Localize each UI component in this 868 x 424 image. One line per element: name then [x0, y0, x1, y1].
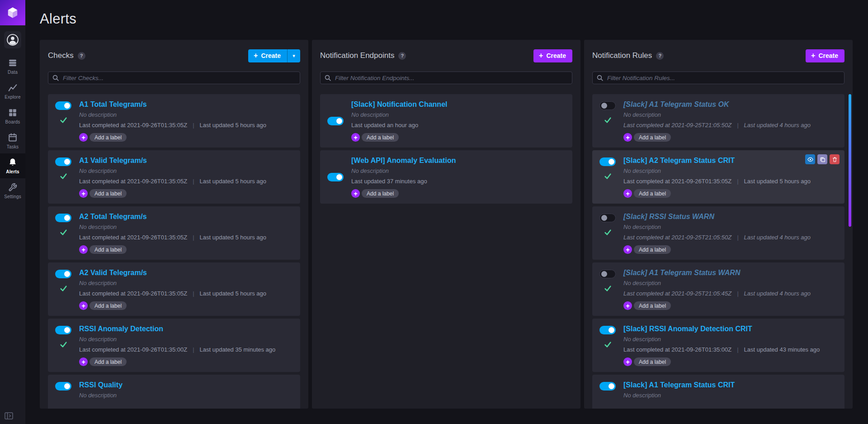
add-label-button[interactable]: Add a label — [634, 189, 671, 198]
card-title[interactable]: [Slack] Notification Channel — [351, 100, 447, 109]
enable-toggle[interactable] — [55, 382, 71, 391]
add-label-plus-icon[interactable]: + — [79, 245, 88, 254]
card-title[interactable]: [Slack] A1 Telegram Status WARN — [623, 268, 740, 277]
card-title[interactable]: A1 Valid Telegram/s — [79, 156, 147, 165]
sidebar-item-tasks[interactable]: Tasks — [0, 129, 25, 153]
help-icon[interactable]: ? — [78, 52, 85, 60]
meta-separator: | — [193, 346, 194, 353]
add-label-plus-icon[interactable]: + — [623, 189, 632, 198]
add-label-plus-icon[interactable]: + — [351, 133, 360, 142]
create-button[interactable]: + Create — [533, 49, 572, 62]
add-label-plus-icon[interactable]: + — [79, 133, 88, 142]
add-label-plus-icon[interactable]: + — [79, 301, 88, 310]
add-label-button[interactable]: Add a label — [634, 245, 671, 254]
add-label-button[interactable]: Add a label — [90, 357, 127, 366]
card-title[interactable]: [Slack] A1 Telegram Status CRIT — [623, 381, 735, 390]
search-icon — [52, 75, 59, 81]
create-button-label: Create — [261, 52, 281, 59]
card-description: No description — [623, 280, 837, 287]
enable-toggle[interactable] — [327, 117, 344, 125]
add-label-plus-icon[interactable]: + — [623, 357, 632, 366]
enable-toggle[interactable] — [599, 214, 616, 222]
card-title[interactable]: RSSI Quality — [79, 381, 123, 390]
add-label-button[interactable]: Add a label — [90, 189, 127, 198]
last-updated: Last updated an hour ago — [351, 122, 418, 129]
delete-button[interactable] — [830, 154, 840, 164]
card-title[interactable]: A2 Valid Telegram/s — [79, 268, 147, 277]
trash-icon — [832, 157, 838, 162]
enable-toggle[interactable] — [599, 382, 616, 391]
add-label-button[interactable]: Add a label — [90, 301, 127, 310]
help-icon[interactable]: ? — [398, 52, 406, 60]
card-meta: Last completed at 2021-09-26T01:35:00Z |… — [79, 346, 293, 353]
card-title[interactable]: [Slack] RSSI Status WARN — [623, 212, 714, 221]
add-label-button[interactable]: Add a label — [90, 245, 127, 254]
panel-title: Notification Rules — [592, 51, 652, 60]
card-description: No description — [623, 111, 837, 119]
panel-header: Notification Endpoints ? + Create — [320, 49, 572, 62]
sidebar-item-data[interactable]: Data — [0, 54, 25, 79]
create-button[interactable]: + Create ▾ — [248, 49, 300, 62]
view-button[interactable] — [805, 154, 815, 164]
add-label-plus-icon[interactable]: + — [351, 189, 360, 198]
create-dropdown-caret[interactable]: ▾ — [287, 49, 300, 62]
enable-toggle[interactable] — [599, 326, 616, 334]
add-label-plus-icon[interactable]: + — [79, 189, 88, 198]
influxdb-logo[interactable] — [0, 0, 25, 25]
sidebar-item-boards[interactable]: Boards — [0, 104, 25, 129]
add-label-plus-icon[interactable]: + — [79, 357, 88, 366]
filter-wrap — [48, 71, 300, 84]
add-label-button[interactable]: Add a label — [90, 133, 127, 142]
filter-input[interactable] — [48, 71, 300, 84]
add-label-plus-icon[interactable]: + — [623, 301, 632, 310]
sidebar-item-label: Tasks — [7, 144, 19, 149]
enable-toggle[interactable] — [55, 214, 71, 222]
last-updated: Last updated 5 hours ago — [200, 234, 266, 241]
duplicate-button[interactable] — [817, 154, 827, 164]
card-title[interactable]: [Slack] A2 Telegram Status CRIT — [623, 156, 735, 165]
card-title[interactable]: [Slack] A1 Telegram Status OK — [623, 100, 729, 109]
card-list: A1 Total Telegram/s No description Last … — [48, 94, 300, 409]
help-icon[interactable]: ? — [656, 52, 664, 60]
enable-toggle[interactable] — [55, 270, 71, 278]
user-avatar[interactable] — [4, 31, 21, 48]
card-title[interactable]: [Slack] RSSI Anomaly Detection CRIT — [623, 324, 752, 333]
sidebar-item-alerts[interactable]: Alerts — [0, 153, 25, 178]
card-title[interactable]: RSSI Anomaly Detection — [79, 324, 163, 333]
toggle-knob — [64, 103, 70, 109]
enable-toggle[interactable] — [55, 326, 71, 334]
panel-title: Checks — [48, 51, 74, 60]
add-label-button[interactable]: Add a label — [362, 133, 399, 142]
panel-header: Notification Rules ? + Create — [592, 49, 844, 62]
enable-toggle[interactable] — [599, 101, 616, 110]
enable-toggle[interactable] — [327, 173, 344, 181]
add-label-plus-icon[interactable]: + — [623, 245, 632, 254]
last-updated: Last updated 43 minutes ago — [744, 346, 820, 353]
expand-sidebar-icon[interactable] — [5, 412, 13, 419]
enable-toggle[interactable] — [599, 270, 616, 278]
filter-input[interactable] — [320, 71, 572, 84]
meta-separator: | — [193, 178, 194, 185]
sidebar-item-explore[interactable]: Explore — [0, 79, 25, 104]
enable-toggle[interactable] — [55, 157, 71, 166]
add-label-button[interactable]: Add a label — [634, 357, 671, 366]
toggle-knob — [609, 159, 614, 165]
add-label-button[interactable]: Add a label — [634, 301, 671, 310]
create-button[interactable]: + Create — [806, 49, 844, 62]
add-label-button[interactable]: Add a label — [634, 133, 671, 142]
enable-toggle[interactable] — [599, 157, 616, 166]
sidebar-item-settings[interactable]: Settings — [0, 178, 25, 203]
scrollbar-thumb[interactable] — [849, 94, 851, 227]
page-title: Alerts — [40, 11, 76, 27]
enable-toggle[interactable] — [55, 101, 71, 110]
add-label-button[interactable]: Add a label — [362, 189, 399, 198]
add-label-plus-icon[interactable]: + — [623, 133, 632, 142]
card-title[interactable]: A1 Total Telegram/s — [79, 100, 147, 109]
alert-card: [Slack] RSSI Anomaly Detection CRIT No d… — [592, 319, 844, 372]
filter-input[interactable] — [592, 71, 844, 84]
plus-icon: + — [254, 52, 258, 59]
card-title[interactable]: A2 Total Telegram/s — [79, 212, 147, 221]
last-completed: Last completed at 2021-09-26T01:35:05Z — [79, 234, 187, 241]
card-title[interactable]: [Web API] Anomaly Evaluation — [351, 156, 456, 165]
sidebar: Data Explore — [0, 0, 25, 424]
